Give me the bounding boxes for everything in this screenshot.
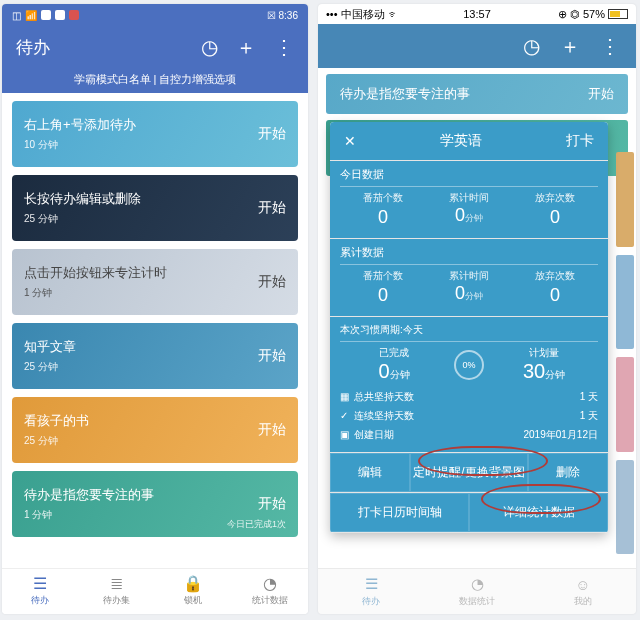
start-button[interactable]: 开始 — [258, 125, 286, 143]
settings-banner[interactable]: 学霸模式白名单 | 自控力增强选项 — [2, 68, 308, 93]
list-icon: ☰ — [33, 576, 47, 592]
clock-icon[interactable]: ◷ — [201, 35, 218, 59]
pie-icon: ◔ — [263, 576, 277, 592]
modal-buttons-row2: 打卡日历时间轴 详细统计数据 — [330, 493, 608, 533]
delete-button[interactable]: 删除 — [528, 453, 608, 492]
close-icon[interactable]: ✕ — [344, 133, 356, 149]
start-button[interactable]: 开始 — [258, 199, 286, 217]
reminder-bg-button[interactable]: 定时提醒/更换背景图 — [410, 453, 527, 492]
lock-icon: 🔒 — [183, 576, 203, 592]
start-button[interactable]: 开始 — [258, 273, 286, 291]
tab-lock[interactable]: 🔒锁机 — [155, 569, 232, 614]
checkin-button[interactable]: 打卡 — [566, 132, 594, 150]
tab-me[interactable]: ☺我的 — [530, 569, 636, 614]
modal-title: 学英语 — [440, 132, 482, 150]
tab-todo[interactable]: ☰待办 — [2, 569, 79, 614]
modal-buttons-row1: 编辑 定时提醒/更换背景图 删除 — [330, 453, 608, 493]
tab-stats[interactable]: ◔统计数据 — [232, 569, 309, 614]
tab-todo[interactable]: ☰待办 — [318, 569, 424, 614]
status-bar: ◫📶 ☒ 8:36 — [2, 4, 308, 26]
clock-icon[interactable]: ◷ — [523, 34, 540, 58]
menu-icon[interactable]: ⋮ — [274, 35, 294, 59]
calendar-timeline-button[interactable]: 打卡日历时间轴 — [330, 493, 469, 532]
detail-modal: ✕ 学英语 打卡 今日数据 番茄个数0 累计时间0分钟 放弃次数0 累计数据 番… — [330, 122, 608, 533]
start-button[interactable]: 开始 — [258, 421, 286, 439]
start-button[interactable]: 开始 — [258, 495, 286, 513]
tab-sets[interactable]: ≣待办集 — [79, 569, 156, 614]
status-bar: ••• 中国移动 ᯤ 13:57 ⊕ ⏣ 57% — [318, 4, 636, 24]
bottom-tabs: ☰待办 ◔数据统计 ☺我的 — [318, 568, 636, 614]
list-icon: ≣ — [110, 576, 123, 592]
bottom-tabs: ☰待办 ≣待办集 🔒锁机 ◔统计数据 — [2, 568, 308, 614]
phone-right: ••• 中国移动 ᯤ 13:57 ⊕ ⏣ 57% ◷ ＋ ⋮ 待办是指您要专注的… — [318, 4, 636, 614]
total-section: 累计数据 番茄个数0 累计时间0分钟 放弃次数0 — [330, 239, 608, 317]
add-icon[interactable]: ＋ — [236, 34, 256, 61]
header: ◷ ＋ ⋮ — [318, 24, 636, 68]
todo-card[interactable]: 知乎文章25 分钟开始 — [12, 323, 298, 389]
menu-icon[interactable]: ⋮ — [600, 34, 620, 58]
todo-card[interactable]: 右上角+号添加待办10 分钟开始 — [12, 101, 298, 167]
todo-card[interactable]: 点击开始按钮来专注计时1 分钟开始 — [12, 249, 298, 315]
edit-button[interactable]: 编辑 — [330, 453, 410, 492]
status-time: 8:36 — [279, 10, 298, 21]
period-section: 本次习惯周期:今天 已完成0分钟 0% 计划量30分钟 ▦总共坚持天数1 天 ✓… — [330, 317, 608, 453]
detailed-stats-button[interactable]: 详细统计数据 — [469, 493, 608, 532]
add-icon[interactable]: ＋ — [560, 33, 580, 60]
calendar-icon: ▦ — [340, 387, 354, 406]
status-time: 13:57 — [318, 8, 636, 20]
date-icon: ▣ — [340, 425, 354, 444]
todo-card[interactable]: 长按待办编辑或删除25 分钟开始 — [12, 175, 298, 241]
page-title: 待办 — [16, 36, 50, 59]
todo-card[interactable]: 看孩子的书25 分钟开始 — [12, 397, 298, 463]
todo-card[interactable]: 待办是指您要专注的事1 分钟开始今日已完成1次 — [12, 471, 298, 537]
header: 待办 ◷ ＋ ⋮ — [2, 26, 308, 68]
bg-card[interactable]: 待办是指您要专注的事开始 — [326, 74, 628, 114]
today-section: 今日数据 番茄个数0 累计时间0分钟 放弃次数0 — [330, 161, 608, 239]
progress-ring: 0% — [454, 350, 484, 380]
tab-stats[interactable]: ◔数据统计 — [424, 569, 530, 614]
todo-list: 右上角+号添加待办10 分钟开始 长按待办编辑或删除25 分钟开始 点击开始按钮… — [2, 101, 308, 537]
bg-side-strips — [616, 152, 634, 554]
check-icon: ✓ — [340, 406, 354, 425]
phone-left: ◫📶 ☒ 8:36 待办 ◷ ＋ ⋮ 学霸模式白名单 | 自控力增强选项 右上角… — [2, 4, 308, 614]
start-button[interactable]: 开始 — [258, 347, 286, 365]
